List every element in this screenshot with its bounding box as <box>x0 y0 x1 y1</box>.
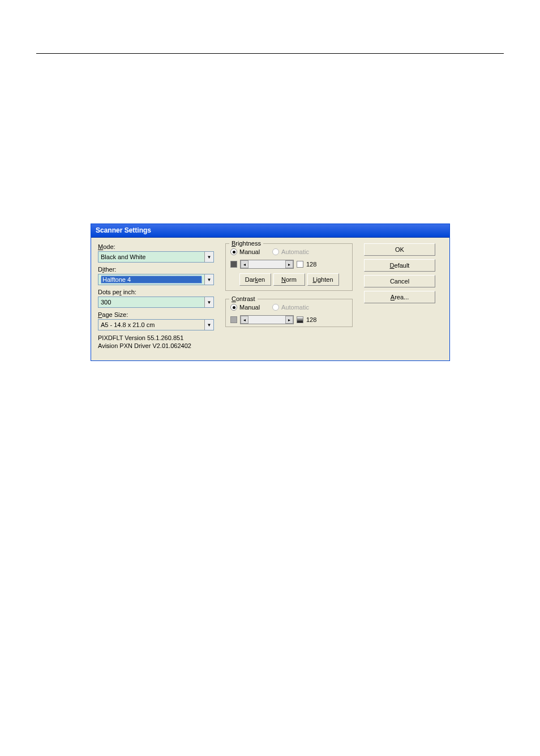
contrast-legend: Contrast <box>229 295 258 302</box>
slider-left-arrow-icon[interactable]: ◂ <box>241 260 248 268</box>
dither-select[interactable]: Halftone 4 ▼ <box>98 274 214 285</box>
light-indicator-icon <box>297 261 303 268</box>
dpi-select[interactable]: 300 ▼ <box>98 297 214 308</box>
middle-column: Brightness Manual Automatic ◂ ▸ <box>225 243 353 356</box>
contrast-manual-radio[interactable]: Manual <box>230 304 260 311</box>
dpi-label: Dots per inch: <box>98 289 214 295</box>
dpi-value: 300 <box>101 299 111 306</box>
titlebar: Scanner Settings <box>91 224 449 238</box>
pagesize-value: A5 - 14.8 x 21.0 cm <box>101 321 155 328</box>
slider-left-arrow-icon[interactable]: ◂ <box>241 316 248 324</box>
brightness-manual-label: Manual <box>239 248 260 255</box>
slider-right-arrow-icon[interactable]: ▸ <box>285 260 293 268</box>
brightness-automatic-radio: Automatic <box>272 248 309 255</box>
window-title: Scanner Settings <box>96 226 151 234</box>
radio-dot-icon <box>230 304 237 311</box>
pagesize-select[interactable]: A5 - 14.8 x 21.0 cm ▼ <box>98 319 214 330</box>
dropdown-icon: ▼ <box>204 320 213 330</box>
pagesize-label: Page Size: <box>98 311 214 318</box>
radio-dot-icon <box>272 304 279 311</box>
contrast-manual-label: Manual <box>239 304 260 311</box>
dither-label: Dither: <box>98 266 214 273</box>
brightness-group: Brightness Manual Automatic ◂ ▸ <box>225 243 353 291</box>
lowcontrast-indicator-icon <box>230 316 237 323</box>
dark-indicator-icon <box>230 261 237 268</box>
version-line-1: PIXDFLT Version 55.1.260.851 <box>98 334 214 342</box>
brightness-value: 128 <box>306 261 316 268</box>
brightness-legend: Brightness <box>229 240 263 247</box>
contrast-slider-row: ◂ ▸ 128 <box>230 315 348 324</box>
radio-dot-icon <box>230 248 237 255</box>
brightness-automatic-label: Automatic <box>281 248 309 255</box>
ok-button[interactable]: OK <box>364 243 435 256</box>
dropdown-icon: ▼ <box>204 252 213 262</box>
mode-label: Mode: <box>98 243 214 250</box>
darken-button[interactable]: Darken <box>239 273 271 286</box>
contrast-automatic-label: Automatic <box>281 304 309 311</box>
brightness-slider[interactable]: ◂ ▸ <box>240 260 294 269</box>
mode-value: Black and White <box>101 254 145 260</box>
default-button[interactable]: Default <box>364 259 435 272</box>
dropdown-icon: ▼ <box>204 274 213 285</box>
brightness-manual-radio[interactable]: Manual <box>230 248 260 255</box>
page-divider <box>36 53 504 54</box>
dropdown-icon: ▼ <box>204 297 213 307</box>
dialog-body: Mode: Black and White ▼ Dither: Halftone… <box>91 238 449 360</box>
norm-button[interactable]: Norm <box>273 273 305 286</box>
dither-value: Halftone 4 <box>101 276 202 284</box>
cancel-button[interactable]: Cancel <box>364 275 435 287</box>
right-column: OK Default Cancel Area... <box>353 243 443 356</box>
contrast-automatic-radio: Automatic <box>272 304 309 311</box>
version-line-2: Avision PXN Driver V2.01.062402 <box>98 342 214 350</box>
contrast-group: Contrast Manual Automatic ◂ ▸ <box>225 299 353 327</box>
scanner-settings-dialog: Scanner Settings Mode: Black and White ▼… <box>91 224 450 361</box>
slider-right-arrow-icon[interactable]: ▸ <box>285 316 293 324</box>
contrast-slider[interactable]: ◂ ▸ <box>240 315 294 324</box>
lighten-button[interactable]: Lighten <box>307 273 339 286</box>
brightness-slider-row: ◂ ▸ 128 <box>230 260 348 269</box>
version-info: PIXDFLT Version 55.1.260.851 Avision PXN… <box>98 334 214 350</box>
highcontrast-indicator-icon <box>297 316 303 323</box>
left-column: Mode: Black and White ▼ Dither: Halftone… <box>98 243 225 356</box>
mode-select[interactable]: Black and White ▼ <box>98 251 214 263</box>
radio-dot-icon <box>272 248 279 255</box>
area-button[interactable]: Area... <box>364 291 435 303</box>
contrast-value: 128 <box>306 316 316 323</box>
